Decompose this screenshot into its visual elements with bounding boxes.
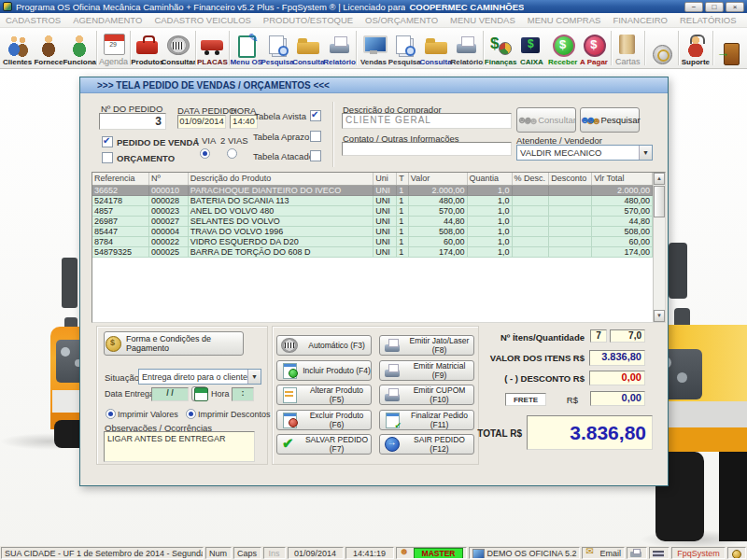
table-row[interactable]: 26987000027SELANTES DO VOLVOUNI144,801,0…: [92, 216, 653, 226]
toolbar-button-consulta[interactable]: Consulta: [293, 29, 324, 67]
observacoes-textarea[interactable]: LIGAR ANTES DE ENTREGAR: [104, 431, 255, 462]
pesquisar-button[interactable]: Pesquisar: [580, 107, 640, 133]
hora-entrega-field[interactable]: :: [232, 387, 254, 401]
numero-pedido-field[interactable]: 3: [99, 113, 166, 130]
toolbar-button-label: Cartas: [615, 57, 641, 66]
imprimir-valores-radio[interactable]: [106, 409, 116, 419]
via1-radio[interactable]: [200, 148, 210, 159]
comprador-field[interactable]: CLIENTE GERAL: [342, 113, 512, 129]
column-header-descri-o-do-produto[interactable]: Descrição do Produto: [188, 173, 373, 185]
toolbar-button-pesquisa[interactable]: Pesquisa: [389, 29, 420, 67]
toolbar-button-exit[interactable]: [714, 29, 745, 67]
restore-button[interactable]: □: [705, 2, 724, 12]
doc-minus-icon: [281, 413, 298, 427]
column-header-t[interactable]: T: [397, 173, 409, 185]
toolbar-button-coin[interactable]: [646, 29, 677, 67]
toolbar-button-vendas[interactable]: Vendas: [358, 29, 388, 67]
menu-item-financeiro[interactable]: FINANCEIRO: [613, 15, 668, 25]
column-header-referencia[interactable]: Referencia: [92, 173, 149, 185]
imprimir-descontos-radio[interactable]: [186, 409, 196, 419]
column-header-valor[interactable]: Valor: [408, 173, 467, 185]
table-scrollbar[interactable]: ▲ ▼: [653, 173, 665, 322]
column-header-vlr-total[interactable]: Vlr Total: [592, 173, 653, 185]
toolbar-button-cartas[interactable]: Cartas: [613, 29, 643, 67]
menu-item-cadastro-veiculos[interactable]: CADASTRO VEICULOS: [154, 15, 250, 25]
scrollbar-thumb[interactable]: [654, 186, 665, 217]
tabela-aprazo-checkbox[interactable]: [310, 131, 321, 142]
minimize-button[interactable]: −: [684, 2, 703, 12]
toolbar-button-fornece[interactable]: Fornece: [33, 29, 63, 67]
button-emitir-matricial[interactable]: Emitir Matricial (F9): [379, 360, 474, 381]
table-row[interactable]: 54879325000025BARRA DE TORÇÃO DO 608 DUN…: [92, 246, 653, 257]
table-row[interactable]: 8784000022VIDRO ESQUERDO DA D20UNI160,00…: [92, 236, 653, 246]
table-cell: 570,00: [408, 205, 467, 216]
button-finalizar-pedido[interactable]: Finalizar Pedido (F11): [379, 410, 474, 430]
button-autom-tico[interactable]: Automático (F3): [276, 335, 372, 356]
menu-item-agendamento[interactable]: AGENDAMENTO: [73, 15, 142, 25]
table-row[interactable]: 85447000004TRAVA DO VOLVO 1996UNI1508,00…: [92, 226, 653, 236]
consultar-button[interactable]: Consultar: [516, 107, 576, 133]
table-row[interactable]: 36652000010PARACHOQUE DIANTEIRO DO IVECO…: [92, 185, 653, 195]
toolbar-button-consulta[interactable]: Consulta: [420, 29, 451, 67]
forma-pagamento-button[interactable]: Forma e Condições de Pagamento: [104, 331, 244, 356]
button-sair-pedido[interactable]: SAIR PEDIDO (F12): [379, 434, 474, 455]
toolbar-button-clientes[interactable]: Clientes: [2, 29, 33, 67]
column-header-desconto[interactable]: Desconto: [549, 173, 592, 185]
pedido-venda-checkbox[interactable]: [102, 136, 113, 147]
toolbar-button-relat-rio[interactable]: Relatório: [451, 29, 482, 67]
table-row[interactable]: 4857000023ANEL DO VOLVO 480UNI1570,001,0…: [92, 205, 653, 216]
menu-item-os-or-amento[interactable]: OS/ORÇAMENTO: [365, 15, 438, 25]
toolbar-button-label: Relatório: [323, 58, 356, 66]
status-switch[interactable]: [649, 547, 669, 559]
button-incluir-produto[interactable]: Incluir Produto (F4): [276, 360, 372, 381]
via2-radio[interactable]: [227, 148, 237, 159]
button-excluir-produto[interactable]: Excluir Produto (F6): [276, 410, 372, 430]
toolbar-button-relat-rio[interactable]: Relatório: [324, 29, 355, 67]
button-alterar-produto[interactable]: Alterar Produto (F5): [276, 385, 372, 405]
toolbar-button-agenda[interactable]: Agenda: [98, 29, 129, 67]
toolbar-button-pesquisa[interactable]: Pesquisa: [261, 29, 292, 67]
table-row[interactable]: 524178000028BATERIA DO SCANIA 113UNI1480…: [92, 195, 653, 205]
column-header-n[interactable]: Nº: [149, 173, 189, 185]
table-cell: 1: [397, 195, 409, 205]
column-header-quantia[interactable]: Quantia: [467, 173, 512, 185]
toolbar-button-finan-as[interactable]: Finanças: [485, 29, 515, 67]
toolbar-button-caixa[interactable]: CAIXA: [516, 29, 547, 67]
scroll-down-icon[interactable]: ▼: [654, 310, 665, 322]
button-emitir-cupom[interactable]: Emitir CUPOM (F10): [379, 385, 474, 405]
button-salvar-pedido[interactable]: SALVAR PEDIDO (F7): [276, 434, 372, 455]
atendente-select[interactable]: VALDIR MECANICO ▼: [516, 145, 653, 161]
data-entrega-field[interactable]: / /: [151, 387, 189, 401]
column-header-desc[interactable]: % Desc.: [512, 173, 549, 185]
toolbar-button-placas[interactable]: PLACAS: [197, 29, 228, 67]
column-header-uni[interactable]: Uni: [374, 173, 397, 185]
menu-item-label: PRODUTO/ESTOQUE: [263, 15, 353, 25]
toolbar-button-produtos[interactable]: Produtos: [132, 29, 162, 67]
data-pedido-field[interactable]: 01/09/2014: [177, 115, 226, 129]
toolbar-button-receber[interactable]: Receber: [547, 29, 578, 67]
close-button[interactable]: ×: [726, 2, 744, 12]
toolbar-button-menu-os[interactable]: Menu OS: [231, 29, 261, 67]
contato-field[interactable]: [342, 142, 512, 156]
orcamento-checkbox[interactable]: [102, 152, 113, 163]
menu-item-produto-estoque[interactable]: PRODUTO/ESTOQUE: [263, 15, 353, 25]
tabela-atacado-checkbox[interactable]: [310, 150, 321, 161]
button-emitir-jato-laser[interactable]: Emitir Jato/Laser (F8): [379, 335, 474, 356]
status-printer[interactable]: [627, 547, 647, 559]
frete-field[interactable]: 0,00: [590, 391, 645, 406]
calendar-button[interactable]: [191, 386, 207, 401]
menu-item-menu-vendas[interactable]: MENU VENDAS: [450, 15, 515, 25]
status-email[interactable]: Email: [582, 547, 625, 559]
menu-item-cadastros[interactable]: CADASTROS: [6, 15, 61, 25]
searchdocs-icon: [264, 34, 290, 57]
frete-button[interactable]: FRETE: [505, 393, 546, 406]
menu-item-menu-compras[interactable]: MENU COMPRAS: [528, 15, 601, 25]
toolbar-button-funciona[interactable]: Funciona: [64, 29, 95, 67]
menu-item-relat-rios[interactable]: RELATÓRIOS: [680, 15, 737, 25]
toolbar-button-consultar[interactable]: Consultar: [162, 29, 193, 67]
scroll-up-icon[interactable]: ▲: [654, 173, 665, 185]
tabela-avista-checkbox[interactable]: [310, 110, 321, 121]
situacao-select[interactable]: Entrega direto para o cliente ▼: [138, 369, 261, 385]
toolbar-button-a-pagar[interactable]: A Pagar: [578, 29, 609, 67]
toolbar-button-suporte[interactable]: Suporte: [680, 29, 711, 67]
